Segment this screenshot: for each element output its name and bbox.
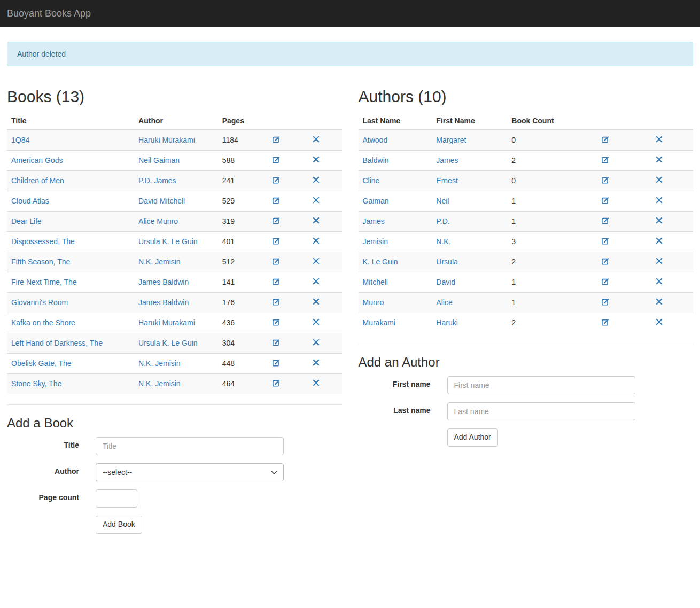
book-title-link[interactable]: Children of Men bbox=[11, 176, 64, 185]
delete-book-button[interactable] bbox=[313, 278, 320, 285]
delete-author-button[interactable] bbox=[656, 237, 663, 244]
delete-book-button[interactable] bbox=[313, 156, 320, 163]
add-author-button[interactable]: Add Author bbox=[447, 428, 498, 447]
edit-book-button[interactable] bbox=[273, 258, 280, 265]
author-lastname-link[interactable]: Munro bbox=[363, 298, 384, 307]
author-firstname-link[interactable]: David bbox=[436, 278, 455, 286]
edit-book-button[interactable] bbox=[273, 136, 280, 143]
edit-author-button[interactable] bbox=[602, 318, 609, 326]
book-author-link[interactable]: Neil Gaiman bbox=[138, 156, 180, 165]
delete-book-button[interactable] bbox=[313, 359, 320, 366]
delete-book-button[interactable] bbox=[313, 176, 320, 183]
edit-book-button[interactable] bbox=[273, 379, 280, 387]
delete-book-button[interactable] bbox=[313, 379, 320, 386]
author-firstname-link[interactable]: Alice bbox=[436, 298, 452, 307]
author-firstname-link[interactable]: James bbox=[436, 156, 458, 165]
delete-book-button[interactable] bbox=[313, 136, 320, 143]
edit-author-button[interactable] bbox=[602, 136, 609, 143]
edit-book-button[interactable] bbox=[273, 176, 280, 184]
author-firstname-link[interactable]: N.K. bbox=[436, 237, 450, 246]
book-author-link[interactable]: David Mitchell bbox=[138, 197, 185, 205]
app-brand-link[interactable]: Buoyant Books App bbox=[7, 8, 91, 19]
book-author-link[interactable]: N.K. Jemisin bbox=[138, 258, 181, 266]
delete-book-button[interactable] bbox=[313, 217, 320, 224]
book-title-link[interactable]: American Gods bbox=[11, 156, 63, 165]
book-title-link[interactable]: Obelisk Gate, The bbox=[11, 359, 72, 368]
book-author-link[interactable]: Alice Munro bbox=[138, 217, 178, 225]
delete-book-button[interactable] bbox=[313, 298, 320, 305]
book-title-link[interactable]: Left Hand of Darkness, The bbox=[11, 339, 103, 347]
book-pagecount-input[interactable] bbox=[96, 489, 137, 508]
edit-book-button[interactable] bbox=[273, 318, 280, 326]
book-author-link[interactable]: James Baldwin bbox=[138, 298, 189, 307]
delete-author-button[interactable] bbox=[656, 156, 663, 163]
author-lastname-link[interactable]: Baldwin bbox=[363, 156, 389, 165]
delete-book-button[interactable] bbox=[313, 339, 320, 346]
book-author-link[interactable]: Haruki Murakami bbox=[138, 318, 195, 327]
author-lastname-link[interactable]: James bbox=[363, 217, 385, 225]
author-lastname-link[interactable]: Mitchell bbox=[363, 278, 388, 286]
edit-author-button[interactable] bbox=[602, 176, 609, 184]
book-author-link[interactable]: P.D. James bbox=[138, 176, 176, 185]
book-author-select[interactable]: --select-- bbox=[96, 463, 284, 481]
edit-book-button[interactable] bbox=[273, 197, 280, 204]
add-book-button[interactable]: Add Book bbox=[96, 516, 142, 534]
delete-author-button[interactable] bbox=[656, 217, 663, 224]
author-firstname-link[interactable]: Ernest bbox=[436, 176, 457, 185]
edit-book-button[interactable] bbox=[273, 278, 280, 285]
delete-author-button[interactable] bbox=[656, 278, 663, 285]
author-lastname-link[interactable]: Atwood bbox=[363, 136, 388, 144]
author-firstname-link[interactable]: Ursula bbox=[436, 258, 457, 266]
author-firstname-link[interactable]: Margaret bbox=[436, 136, 466, 144]
author-lastname-input[interactable] bbox=[447, 402, 635, 420]
author-firstname-link[interactable]: Neil bbox=[436, 197, 449, 205]
edit-author-button[interactable] bbox=[602, 237, 609, 245]
delete-book-button[interactable] bbox=[313, 237, 320, 244]
book-title-link[interactable]: Stone Sky, The bbox=[11, 379, 61, 388]
author-lastname-link[interactable]: Cline bbox=[363, 176, 380, 185]
book-title-link[interactable]: Dispossessed, The bbox=[11, 237, 75, 246]
delete-author-button[interactable] bbox=[656, 136, 663, 143]
edit-author-button[interactable] bbox=[602, 298, 609, 306]
book-author-link[interactable]: James Baldwin bbox=[138, 278, 189, 286]
book-title-link[interactable]: Dear Life bbox=[11, 217, 42, 225]
book-title-link[interactable]: Kafka on the Shore bbox=[11, 318, 75, 327]
delete-author-button[interactable] bbox=[656, 258, 663, 264]
book-title-link[interactable]: Giovanni's Room bbox=[11, 298, 68, 307]
author-lastname-link[interactable]: K. Le Guin bbox=[363, 258, 398, 266]
book-title-link[interactable]: Fifth Season, The bbox=[11, 258, 70, 266]
author-lastname-link[interactable]: Murakami bbox=[363, 318, 395, 327]
author-firstname-link[interactable]: Haruki bbox=[436, 318, 457, 327]
author-lastname-link[interactable]: Jemisin bbox=[363, 237, 388, 246]
delete-book-button[interactable] bbox=[313, 318, 320, 325]
edit-book-button[interactable] bbox=[273, 237, 280, 245]
book-title-link[interactable]: 1Q84 bbox=[11, 136, 29, 144]
delete-author-button[interactable] bbox=[656, 298, 663, 305]
edit-author-button[interactable] bbox=[602, 217, 609, 224]
book-title-input[interactable] bbox=[96, 437, 284, 455]
book-title-link[interactable]: Fire Next Time, The bbox=[11, 278, 77, 286]
delete-author-button[interactable] bbox=[656, 318, 663, 325]
edit-book-button[interactable] bbox=[273, 156, 280, 163]
book-author-link[interactable]: Ursula K. Le Guin bbox=[138, 237, 198, 246]
edit-author-button[interactable] bbox=[602, 258, 609, 265]
delete-author-button[interactable] bbox=[656, 197, 663, 204]
delete-author-button[interactable] bbox=[656, 176, 663, 183]
author-firstname-input[interactable] bbox=[447, 376, 635, 394]
edit-author-button[interactable] bbox=[602, 278, 609, 285]
edit-book-button[interactable] bbox=[273, 298, 280, 306]
edit-book-button[interactable] bbox=[273, 217, 280, 224]
author-lastname-link[interactable]: Gaiman bbox=[363, 197, 389, 205]
delete-book-button[interactable] bbox=[313, 197, 320, 204]
book-author-link[interactable]: N.K. Jemisin bbox=[138, 359, 181, 368]
book-author-link[interactable]: N.K. Jemisin bbox=[138, 379, 181, 388]
delete-book-button[interactable] bbox=[313, 258, 320, 264]
book-author-link[interactable]: Ursula K. Le Guin bbox=[138, 339, 198, 347]
book-title-link[interactable]: Cloud Atlas bbox=[11, 197, 49, 205]
author-firstname-link[interactable]: P.D. bbox=[436, 217, 449, 225]
edit-book-button[interactable] bbox=[273, 359, 280, 367]
edit-book-button[interactable] bbox=[273, 339, 280, 346]
edit-author-button[interactable] bbox=[602, 156, 609, 163]
edit-author-button[interactable] bbox=[602, 197, 609, 204]
book-author-link[interactable]: Haruki Murakami bbox=[138, 136, 195, 144]
